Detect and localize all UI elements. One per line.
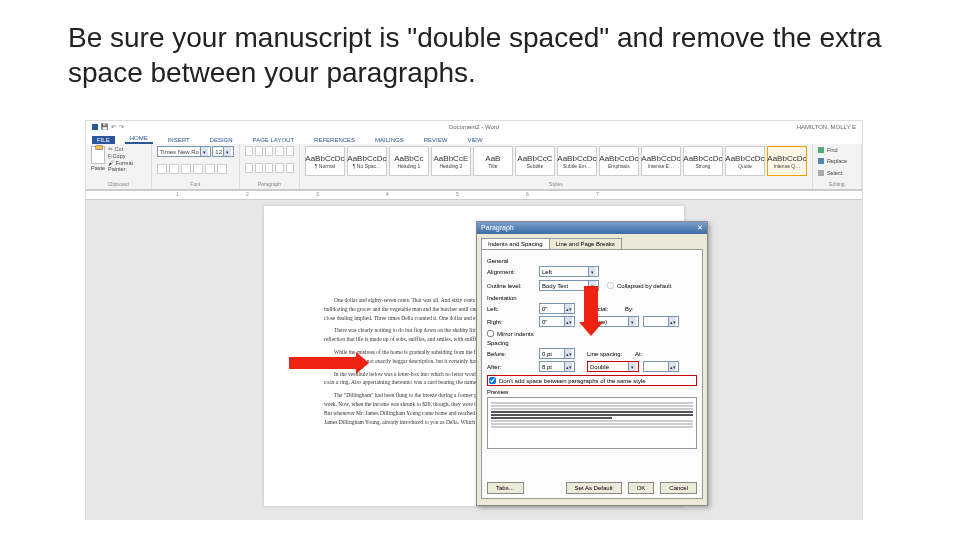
- style-quote[interactable]: AaBbCcDcQuote: [725, 146, 765, 176]
- indent-right-spinner[interactable]: 0"▴▾: [539, 316, 575, 327]
- style-subtitle[interactable]: AaBbCcCSubtitle: [515, 146, 555, 176]
- annotation-arrow-down: [584, 286, 598, 326]
- line-spacing-button[interactable]: [286, 163, 294, 173]
- paste-icon[interactable]: [91, 146, 105, 164]
- ruler-mark: 6: [526, 191, 529, 197]
- collapsed-checkbox: [607, 282, 614, 289]
- cut-button[interactable]: ✂ Cut: [108, 146, 146, 152]
- line-spacing-label: Line spacing:: [587, 351, 631, 357]
- style-title[interactable]: AaBTitle: [473, 146, 513, 176]
- after-spinner[interactable]: 8 pt▴▾: [539, 361, 575, 372]
- tabs-button[interactable]: Tabs…: [487, 482, 524, 494]
- at-spinner[interactable]: ▴▾: [643, 361, 679, 372]
- style-intenseq[interactable]: AaBbCcDcIntense Q…: [767, 146, 807, 176]
- styles-gallery[interactable]: AaBbCcDc¶ NormalAaBbCcDc¶ No Spac…AaBbCc…: [305, 146, 807, 180]
- ok-button[interactable]: OK: [628, 482, 655, 494]
- align-center-button[interactable]: [255, 163, 263, 173]
- tab-view[interactable]: VIEW: [462, 136, 487, 144]
- titlebar: 💾 ↶ ↷ Document2 - Word HAMILTON, MOLLY E: [86, 121, 862, 132]
- tab-mailings[interactable]: MAILINGS: [370, 136, 409, 144]
- spinner-icon: ▴▾: [564, 362, 572, 371]
- ruler-mark: 5: [456, 191, 459, 197]
- group-font: Times New Ro▾ 12▾ Font: [152, 144, 240, 189]
- style-heading[interactable]: AaBbCcHeading 1: [389, 146, 429, 176]
- numbering-button[interactable]: [255, 146, 263, 156]
- paste-button[interactable]: Paste: [91, 165, 105, 171]
- select-button[interactable]: Select: [818, 170, 856, 176]
- style-strong[interactable]: AaBbCcDcStrong: [683, 146, 723, 176]
- style-nospac[interactable]: AaBbCcDc¶ No Spac…: [347, 146, 387, 176]
- underline-button[interactable]: [181, 164, 191, 174]
- close-icon[interactable]: ✕: [697, 224, 703, 232]
- style-intensee[interactable]: AaBbCcDcIntense E…: [641, 146, 681, 176]
- tab-design[interactable]: DESIGN: [205, 136, 238, 144]
- indent-left-spinner[interactable]: 0"▴▾: [539, 303, 575, 314]
- annotation-arrow-right: [289, 357, 359, 369]
- justify-button[interactable]: [275, 163, 283, 173]
- ruler-mark: 3: [316, 191, 319, 197]
- style-heading[interactable]: AaBbCcEHeading 2: [431, 146, 471, 176]
- tab-line-page-breaks[interactable]: Line and Page Breaks: [549, 238, 622, 249]
- bullets-button[interactable]: [245, 146, 253, 156]
- find-button[interactable]: Find: [818, 147, 856, 153]
- group-paragraph: Paragraph: [240, 144, 300, 189]
- multilevel-button[interactable]: [265, 146, 273, 156]
- group-label: Font: [157, 181, 234, 187]
- strike-button[interactable]: [193, 164, 203, 174]
- set-default-button[interactable]: Set As Default: [566, 482, 622, 494]
- style-normal[interactable]: AaBbCcDc¶ Normal: [305, 146, 345, 176]
- format-painter-button[interactable]: 🖌 Format Painter: [108, 160, 146, 172]
- by-spinner[interactable]: ▴▾: [643, 316, 679, 327]
- dialog-titlebar[interactable]: Paragraph ✕: [477, 222, 707, 234]
- cancel-button[interactable]: Cancel: [660, 482, 697, 494]
- no-space-checkbox[interactable]: [489, 377, 496, 384]
- save-icon[interactable]: 💾: [101, 123, 108, 130]
- bold-button[interactable]: [157, 164, 167, 174]
- undo-icon[interactable]: ↶: [111, 123, 116, 130]
- tab-indents-spacing[interactable]: Indents and Spacing: [481, 238, 550, 249]
- italic-button[interactable]: [169, 164, 179, 174]
- document-title: Document2 - Word: [449, 124, 499, 130]
- group-label: Styles: [305, 181, 807, 187]
- before-spinner[interactable]: 0 pt▴▾: [539, 348, 575, 359]
- align-right-button[interactable]: [265, 163, 273, 173]
- sup-button[interactable]: [217, 164, 227, 174]
- after-label: After:: [487, 364, 535, 370]
- spinner-icon: ▴▾: [564, 317, 572, 326]
- sub-button[interactable]: [205, 164, 215, 174]
- quick-access-toolbar[interactable]: 💾 ↶ ↷: [92, 123, 124, 130]
- tab-file[interactable]: FILE: [92, 136, 115, 144]
- document-area[interactable]: One dollar and eighty-seven cents. That …: [86, 200, 862, 520]
- font-size-select[interactable]: 12▾: [212, 146, 234, 157]
- style-subtleem[interactable]: AaBbCcDcSubtle Em…: [557, 146, 597, 176]
- alignment-label: Alignment:: [487, 269, 535, 275]
- redo-icon[interactable]: ↷: [119, 123, 124, 130]
- tab-home[interactable]: HOME: [125, 134, 153, 144]
- spinner-icon: ▴▾: [668, 317, 676, 326]
- tab-page-layout[interactable]: PAGE LAYOUT: [248, 136, 299, 144]
- ruler[interactable]: 1234567: [86, 190, 862, 200]
- chevron-down-icon: ▾: [200, 147, 208, 156]
- align-left-button[interactable]: [245, 163, 253, 173]
- group-clipboard: Paste ✂ Cut ⎘ Copy 🖌 Format Painter Clip…: [86, 144, 152, 189]
- user-name: HAMILTON, MOLLY E: [797, 124, 856, 130]
- mirror-indents-checkbox[interactable]: [487, 330, 494, 337]
- chevron-down-icon: ▾: [628, 317, 636, 326]
- copy-button[interactable]: ⎘ Copy: [108, 153, 146, 159]
- alignment-select[interactable]: Left▾: [539, 266, 599, 277]
- tab-review[interactable]: REVIEW: [419, 136, 453, 144]
- indent-dec-button[interactable]: [275, 146, 283, 156]
- no-space-label: Don't add space between paragraphs of th…: [499, 378, 646, 384]
- spinner-icon: ▴▾: [564, 349, 572, 358]
- line-spacing-select[interactable]: Double▾: [587, 361, 639, 372]
- tab-insert[interactable]: INSERT: [163, 136, 195, 144]
- style-emphasis[interactable]: AaBbCcDcEmphasis: [599, 146, 639, 176]
- chevron-down-icon: ▾: [588, 267, 596, 276]
- font-name-select[interactable]: Times New Ro▾: [157, 146, 211, 157]
- replace-button[interactable]: Replace: [818, 158, 856, 164]
- indent-right-label: Right:: [487, 319, 535, 325]
- tab-references[interactable]: REFERENCES: [309, 136, 360, 144]
- indent-inc-button[interactable]: [286, 146, 294, 156]
- word-window: 💾 ↶ ↷ Document2 - Word HAMILTON, MOLLY E…: [85, 120, 863, 520]
- group-editing: Find Replace Select Editing: [813, 144, 862, 189]
